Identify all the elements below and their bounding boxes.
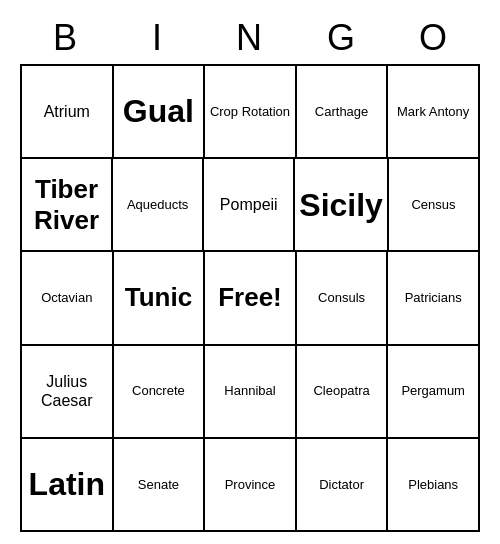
bingo-cell: Gual — [114, 66, 206, 159]
bingo-cell: Pompeii — [204, 159, 295, 252]
bingo-row: OctavianTunicFree!ConsulsPatricians — [22, 252, 480, 345]
bingo-cell: Hannibal — [205, 346, 297, 439]
bingo-cell: Census — [389, 159, 480, 252]
bingo-cell: Atrium — [22, 66, 114, 159]
bingo-cell: Mark Antony — [388, 66, 480, 159]
bingo-cell: Tiber River — [22, 159, 113, 252]
bingo-cell: Concrete — [114, 346, 206, 439]
bingo-grid: AtriumGualCrop RotationCarthageMark Anto… — [20, 64, 480, 532]
header-letter: O — [388, 12, 480, 64]
bingo-cell: Pergamum — [388, 346, 480, 439]
bingo-cell: Carthage — [297, 66, 389, 159]
bingo-row: Tiber RiverAqueductsPompeiiSicilyCensus — [22, 159, 480, 252]
header-letter: G — [296, 12, 388, 64]
bingo-card: BINGO AtriumGualCrop RotationCarthageMar… — [20, 12, 480, 532]
bingo-cell: Latin — [22, 439, 114, 532]
bingo-cell: Senate — [114, 439, 206, 532]
bingo-cell: Consuls — [297, 252, 389, 345]
bingo-cell: Sicily — [295, 159, 389, 252]
bingo-cell: Cleopatra — [297, 346, 389, 439]
bingo-row: AtriumGualCrop RotationCarthageMark Anto… — [22, 66, 480, 159]
bingo-cell: Province — [205, 439, 297, 532]
bingo-row: Julius CaesarConcreteHannibalCleopatraPe… — [22, 346, 480, 439]
bingo-cell: Tunic — [114, 252, 206, 345]
header-letter: B — [20, 12, 112, 64]
bingo-row: LatinSenateProvinceDictatorPlebians — [22, 439, 480, 532]
header-letter: I — [112, 12, 204, 64]
bingo-cell: Patricians — [388, 252, 480, 345]
bingo-header: BINGO — [20, 12, 480, 64]
bingo-cell: Octavian — [22, 252, 114, 345]
bingo-cell: Aqueducts — [113, 159, 204, 252]
bingo-cell: Plebians — [388, 439, 480, 532]
header-letter: N — [204, 12, 296, 64]
bingo-cell: Dictator — [297, 439, 389, 532]
bingo-cell: Free! — [205, 252, 297, 345]
bingo-cell: Crop Rotation — [205, 66, 297, 159]
bingo-cell: Julius Caesar — [22, 346, 114, 439]
